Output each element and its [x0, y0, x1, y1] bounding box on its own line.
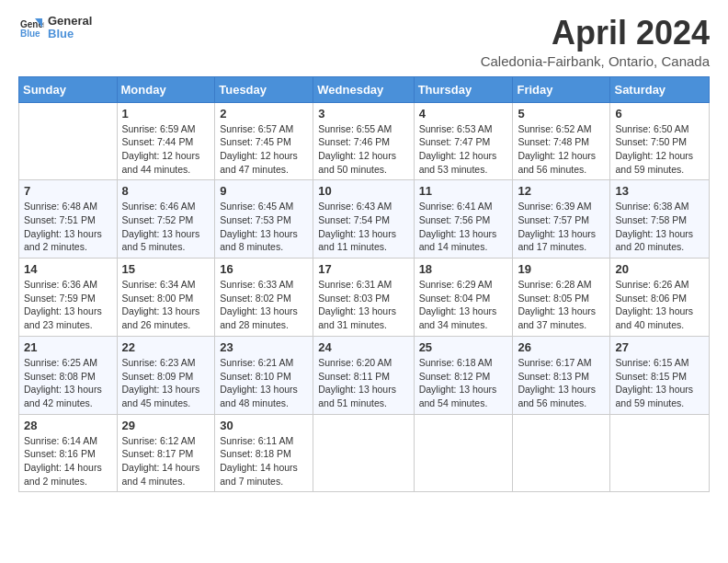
day-number: 30 — [220, 419, 308, 432]
day-number: 14 — [24, 262, 112, 276]
day-number: 28 — [24, 419, 112, 432]
calendar-day-cell: 3Sunrise: 6:55 AM Sunset: 7:46 PM Daylig… — [313, 102, 414, 180]
day-info: Sunrise: 6:21 AM Sunset: 8:10 PM Dayligh… — [220, 356, 308, 410]
calendar-day-cell: 22Sunrise: 6:23 AM Sunset: 8:09 PM Dayli… — [117, 336, 215, 414]
day-number: 16 — [220, 262, 308, 276]
calendar-day-cell: 16Sunrise: 6:33 AM Sunset: 8:02 PM Dayli… — [215, 259, 313, 337]
day-info: Sunrise: 6:31 AM Sunset: 8:03 PM Dayligh… — [318, 278, 408, 332]
weekday-header-cell: Monday — [117, 76, 215, 102]
day-info: Sunrise: 6:52 AM Sunset: 7:48 PM Dayligh… — [518, 122, 605, 177]
day-info: Sunrise: 6:17 AM Sunset: 8:13 PM Dayligh… — [518, 356, 605, 410]
logo-icon: General Blue — [18, 15, 44, 40]
calendar-day-cell: 24Sunrise: 6:20 AM Sunset: 8:11 PM Dayli… — [313, 336, 414, 414]
calendar-table: SundayMondayTuesdayWednesdayThursdayFrid… — [18, 76, 710, 493]
calendar-day-cell: 14Sunrise: 6:36 AM Sunset: 7:59 PM Dayli… — [19, 259, 118, 337]
weekday-header-cell: Friday — [513, 76, 610, 102]
day-number: 7 — [24, 184, 112, 198]
day-info: Sunrise: 6:55 AM Sunset: 7:46 PM Dayligh… — [318, 122, 408, 177]
day-number: 29 — [122, 419, 210, 432]
title-block: April 2024 Caledonia-Fairbank, Ontario, … — [481, 15, 710, 69]
day-number: 27 — [615, 340, 704, 354]
calendar-week-row: 7Sunrise: 6:48 AM Sunset: 7:51 PM Daylig… — [19, 180, 710, 259]
day-number: 12 — [518, 184, 605, 198]
day-number: 25 — [419, 340, 508, 354]
day-number: 15 — [122, 262, 210, 276]
weekday-header-cell: Thursday — [414, 76, 513, 102]
calendar-week-row: 14Sunrise: 6:36 AM Sunset: 7:59 PM Dayli… — [19, 259, 710, 337]
day-number: 21 — [24, 340, 112, 354]
calendar-day-cell — [313, 414, 414, 492]
calendar-day-cell: 5Sunrise: 6:52 AM Sunset: 7:48 PM Daylig… — [513, 102, 610, 180]
calendar-day-cell — [414, 414, 513, 492]
day-number: 5 — [518, 107, 605, 121]
day-number: 22 — [122, 340, 210, 354]
day-number: 10 — [318, 184, 408, 198]
calendar-day-cell: 7Sunrise: 6:48 AM Sunset: 7:51 PM Daylig… — [19, 180, 118, 259]
logo-general: General — [48, 15, 92, 28]
day-info: Sunrise: 6:20 AM Sunset: 8:11 PM Dayligh… — [318, 356, 408, 410]
calendar-day-cell: 11Sunrise: 6:41 AM Sunset: 7:56 PM Dayli… — [414, 180, 513, 259]
calendar-day-cell — [19, 102, 118, 180]
calendar-day-cell: 17Sunrise: 6:31 AM Sunset: 8:03 PM Dayli… — [313, 259, 414, 337]
calendar-day-cell: 30Sunrise: 6:11 AM Sunset: 8:18 PM Dayli… — [215, 414, 313, 492]
day-number: 8 — [122, 184, 210, 198]
day-number: 19 — [518, 262, 605, 276]
calendar-day-cell: 20Sunrise: 6:26 AM Sunset: 8:06 PM Dayli… — [610, 259, 710, 337]
calendar-day-cell: 19Sunrise: 6:28 AM Sunset: 8:05 PM Dayli… — [513, 259, 610, 337]
calendar-day-cell: 28Sunrise: 6:14 AM Sunset: 8:16 PM Dayli… — [19, 414, 118, 492]
calendar-week-row: 1Sunrise: 6:59 AM Sunset: 7:44 PM Daylig… — [19, 102, 710, 180]
svg-text:Blue: Blue — [20, 29, 40, 39]
day-number: 3 — [318, 107, 408, 121]
calendar-day-cell: 25Sunrise: 6:18 AM Sunset: 8:12 PM Dayli… — [414, 336, 513, 414]
day-info: Sunrise: 6:38 AM Sunset: 7:58 PM Dayligh… — [615, 200, 704, 254]
day-number: 23 — [220, 340, 308, 354]
calendar-day-cell — [610, 414, 710, 492]
calendar-week-row: 21Sunrise: 6:25 AM Sunset: 8:08 PM Dayli… — [19, 336, 710, 414]
calendar-day-cell — [513, 414, 610, 492]
calendar-day-cell: 9Sunrise: 6:45 AM Sunset: 7:53 PM Daylig… — [215, 180, 313, 259]
day-info: Sunrise: 6:48 AM Sunset: 7:51 PM Dayligh… — [24, 200, 112, 254]
day-info: Sunrise: 6:36 AM Sunset: 7:59 PM Dayligh… — [24, 278, 112, 332]
day-info: Sunrise: 6:28 AM Sunset: 8:05 PM Dayligh… — [518, 278, 605, 332]
month-title: April 2024 — [481, 15, 710, 52]
weekday-header-cell: Saturday — [610, 76, 710, 102]
day-info: Sunrise: 6:45 AM Sunset: 7:53 PM Dayligh… — [220, 200, 308, 254]
day-info: Sunrise: 6:46 AM Sunset: 7:52 PM Dayligh… — [122, 200, 210, 254]
calendar-day-cell: 10Sunrise: 6:43 AM Sunset: 7:54 PM Dayli… — [313, 180, 414, 259]
day-info: Sunrise: 6:57 AM Sunset: 7:45 PM Dayligh… — [220, 122, 308, 177]
header: General Blue General Blue April 2024 Cal… — [18, 15, 710, 69]
day-number: 1 — [122, 107, 210, 121]
weekday-header-row: SundayMondayTuesdayWednesdayThursdayFrid… — [19, 76, 710, 102]
calendar-week-row: 28Sunrise: 6:14 AM Sunset: 8:16 PM Dayli… — [19, 414, 710, 492]
day-info: Sunrise: 6:50 AM Sunset: 7:50 PM Dayligh… — [615, 122, 704, 177]
calendar-day-cell: 18Sunrise: 6:29 AM Sunset: 8:04 PM Dayli… — [414, 259, 513, 337]
day-info: Sunrise: 6:23 AM Sunset: 8:09 PM Dayligh… — [122, 356, 210, 410]
location-subtitle: Caledonia-Fairbank, Ontario, Canada — [481, 53, 710, 69]
day-info: Sunrise: 6:59 AM Sunset: 7:44 PM Dayligh… — [122, 122, 210, 177]
day-info: Sunrise: 6:26 AM Sunset: 8:06 PM Dayligh… — [615, 278, 704, 332]
day-number: 24 — [318, 340, 408, 354]
calendar-day-cell: 6Sunrise: 6:50 AM Sunset: 7:50 PM Daylig… — [610, 102, 710, 180]
calendar-day-cell: 27Sunrise: 6:15 AM Sunset: 8:15 PM Dayli… — [610, 336, 710, 414]
calendar-day-cell: 15Sunrise: 6:34 AM Sunset: 8:00 PM Dayli… — [117, 259, 215, 337]
day-number: 20 — [615, 262, 704, 276]
calendar-day-cell: 26Sunrise: 6:17 AM Sunset: 8:13 PM Dayli… — [513, 336, 610, 414]
day-info: Sunrise: 6:29 AM Sunset: 8:04 PM Dayligh… — [419, 278, 508, 332]
day-info: Sunrise: 6:12 AM Sunset: 8:17 PM Dayligh… — [122, 434, 210, 488]
day-info: Sunrise: 6:15 AM Sunset: 8:15 PM Dayligh… — [615, 356, 704, 410]
calendar-day-cell: 13Sunrise: 6:38 AM Sunset: 7:58 PM Dayli… — [610, 180, 710, 259]
calendar-day-cell: 21Sunrise: 6:25 AM Sunset: 8:08 PM Dayli… — [19, 336, 118, 414]
day-number: 26 — [518, 340, 605, 354]
calendar-day-cell: 4Sunrise: 6:53 AM Sunset: 7:47 PM Daylig… — [414, 102, 513, 180]
day-info: Sunrise: 6:34 AM Sunset: 8:00 PM Dayligh… — [122, 278, 210, 332]
day-info: Sunrise: 6:33 AM Sunset: 8:02 PM Dayligh… — [220, 278, 308, 332]
logo-blue: Blue — [48, 28, 92, 40]
day-number: 17 — [318, 262, 408, 276]
day-info: Sunrise: 6:11 AM Sunset: 8:18 PM Dayligh… — [220, 434, 308, 488]
day-info: Sunrise: 6:39 AM Sunset: 7:57 PM Dayligh… — [518, 200, 605, 254]
day-info: Sunrise: 6:25 AM Sunset: 8:08 PM Dayligh… — [24, 356, 112, 410]
day-info: Sunrise: 6:43 AM Sunset: 7:54 PM Dayligh… — [318, 200, 408, 254]
day-number: 18 — [419, 262, 508, 276]
calendar-day-cell: 12Sunrise: 6:39 AM Sunset: 7:57 PM Dayli… — [513, 180, 610, 259]
day-info: Sunrise: 6:53 AM Sunset: 7:47 PM Dayligh… — [419, 122, 508, 177]
